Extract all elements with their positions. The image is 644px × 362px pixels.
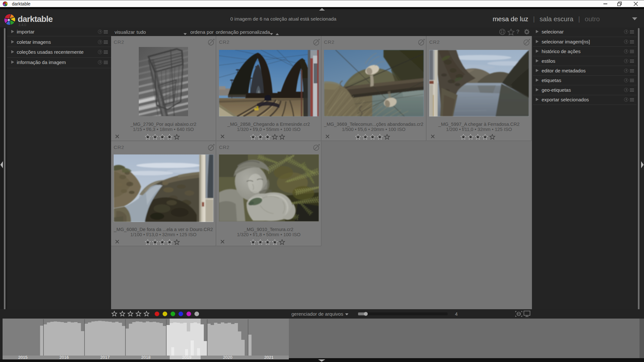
svg-text:2015: 2015	[18, 355, 28, 360]
svg-text:2016: 2016	[60, 355, 69, 360]
svg-text:2021: 2021	[264, 355, 274, 360]
svg-text:2020: 2020	[223, 355, 232, 360]
svg-text:2017: 2017	[100, 355, 110, 360]
svg-text:2019: 2019	[182, 355, 192, 360]
svg-text:2018: 2018	[141, 355, 151, 360]
